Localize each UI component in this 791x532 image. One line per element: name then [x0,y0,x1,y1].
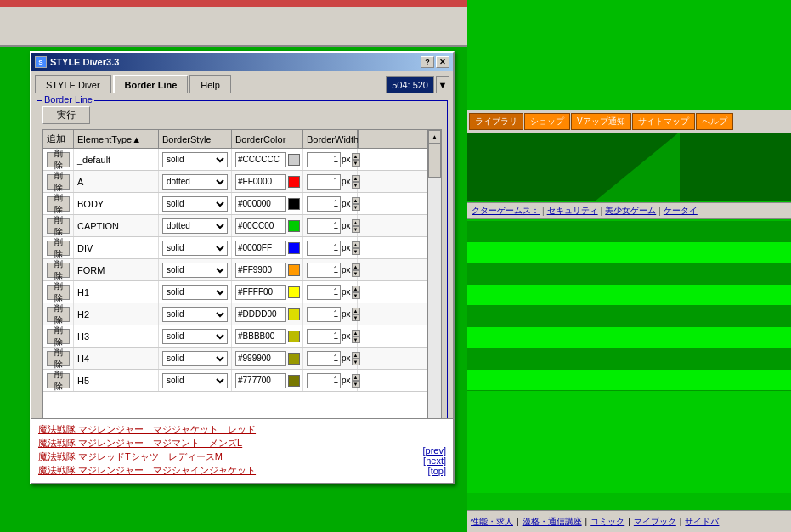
del-btn-6[interactable]: 削除 [47,285,70,300]
color-swatch-3[interactable] [288,220,300,232]
tag-link-3[interactable]: ケータイ [661,205,700,217]
width-input-7[interactable] [307,307,341,322]
color-input-6[interactable] [235,285,286,300]
spin-down-10[interactable]: ▼ [352,381,360,388]
del-btn-1[interactable]: 削除 [47,174,70,190]
tag-link-2[interactable]: 美少女ゲーム [602,205,658,217]
spin-up-1[interactable]: ▲ [352,175,360,182]
color-input-9[interactable] [235,351,286,366]
bottom-link-0[interactable]: 魔法戦隊 マジレンジャー マジジャケット レッド [38,422,446,436]
color-swatch-4[interactable] [288,242,300,254]
color-input-8[interactable] [235,329,286,344]
del-btn-3[interactable]: 削除 [47,218,70,234]
spin-up-2[interactable]: ▲ [352,197,360,204]
width-input-2[interactable] [307,196,341,212]
bottom-link-2[interactable]: 魔法戦隊 マジレッドTシャツ レディースM [38,450,446,463]
spin-down-8[interactable]: ▼ [352,337,360,343]
spin-up-10[interactable]: ▲ [352,374,360,381]
menu-shop[interactable]: ショップ [524,113,570,130]
help-button[interactable]: ? [421,56,434,68]
del-btn-0[interactable]: 削除 [47,152,70,167]
status-item-1[interactable]: 漫格・通信講座 [523,516,582,528]
status-item-3[interactable]: マイブック [634,516,676,528]
tab-help[interactable]: Help [189,75,231,93]
scroll-thumb[interactable] [428,144,441,178]
color-swatch-6[interactable] [288,286,300,298]
spin-up-9[interactable]: ▲ [352,352,360,359]
bottom-link-1[interactable]: 魔法戦隊 マジレンジャー マジマント メンズL [38,436,446,450]
spin-down-9[interactable]: ▼ [352,359,360,365]
width-input-0[interactable] [307,152,341,167]
status-item-2[interactable]: コミック [590,516,624,528]
spin-down-0[interactable]: ▼ [352,160,360,167]
style-select-3[interactable]: soliddotteddasheddoublegrooveridgeinseto… [162,218,228,234]
width-input-10[interactable] [307,373,341,388]
tag-link-1[interactable]: セキュリティ [545,205,601,217]
menu-sitemap[interactable]: サイトマップ [632,113,695,130]
prev-link[interactable]: [prev] [422,445,446,456]
spin-down-6[interactable]: ▼ [352,292,360,299]
tab-style-diver[interactable]: STYLE Diver [35,75,111,93]
color-swatch-2[interactable] [288,198,300,210]
spin-up-4[interactable]: ▲ [352,241,360,248]
style-select-0[interactable]: soliddotteddasheddoublegrooveridgeinseto… [162,152,228,167]
del-btn-4[interactable]: 削除 [47,241,70,256]
style-select-7[interactable]: soliddotteddasheddoublegrooveridgeinseto… [162,307,228,322]
color-swatch-8[interactable] [288,331,300,342]
color-swatch-10[interactable] [288,375,300,387]
menu-help[interactable]: へルプ [696,113,733,130]
color-input-5[interactable] [235,263,286,278]
del-btn-8[interactable]: 削除 [47,329,70,344]
menu-vup[interactable]: Vアップ通知 [571,113,631,130]
status-item-0[interactable]: 性能・求人 [471,516,513,528]
close-button[interactable]: ✕ [436,56,449,68]
color-input-3[interactable] [235,218,286,234]
spin-down-2[interactable]: ▼ [352,204,360,211]
style-select-6[interactable]: soliddotteddasheddoublegrooveridgeinseto… [162,285,228,300]
spin-down-4[interactable]: ▼ [352,248,360,255]
style-select-5[interactable]: soliddotteddasheddoublegrooveridgeinseto… [162,263,228,278]
spin-down-7[interactable]: ▼ [352,314,360,321]
scroll-up-btn[interactable]: ▲ [428,130,441,144]
exec-button[interactable]: 実行 [42,106,90,124]
del-btn-5[interactable]: 削除 [47,263,70,278]
style-select-4[interactable]: soliddotteddasheddoublegrooveridgeinseto… [162,241,228,256]
style-select-2[interactable]: soliddotteddasheddoublegrooveridgeinseto… [162,196,228,212]
color-input-1[interactable] [235,174,286,190]
del-btn-7[interactable]: 削除 [47,307,70,322]
spin-up-0[interactable]: ▲ [352,153,360,160]
color-input-2[interactable] [235,196,286,212]
width-input-4[interactable] [307,241,341,256]
color-swatch-1[interactable] [288,176,300,188]
top-link[interactable]: [top] [422,466,446,476]
color-input-0[interactable] [235,152,286,167]
status-item-4[interactable]: サイドバ [685,516,719,528]
width-input-5[interactable] [307,263,341,278]
spin-up-3[interactable]: ▲ [352,219,360,226]
style-select-9[interactable]: soliddotteddasheddoublegrooveridgeinseto… [162,351,228,366]
color-input-4[interactable] [235,241,286,256]
del-btn-2[interactable]: 削除 [47,196,70,212]
width-input-3[interactable] [307,218,341,234]
color-input-10[interactable] [235,373,286,388]
width-input-9[interactable] [307,351,341,366]
width-input-8[interactable] [307,329,341,344]
width-input-1[interactable] [307,174,341,190]
spin-up-8[interactable]: ▲ [352,330,360,337]
tab-border-line[interactable]: Border Line [113,75,189,93]
next-link[interactable]: [next] [422,456,446,466]
color-input-7[interactable] [235,307,286,322]
menu-library[interactable]: ライブラリ [469,113,523,130]
spin-down-1[interactable]: ▼ [352,182,360,189]
style-select-1[interactable]: soliddotteddasheddoublegrooveridgeinseto… [162,174,228,190]
color-swatch-7[interactable] [288,308,300,320]
spin-up-7[interactable]: ▲ [352,308,360,314]
spin-down-3[interactable]: ▼ [352,226,360,233]
del-btn-9[interactable]: 削除 [47,351,70,366]
spin-down-5[interactable]: ▼ [352,270,360,277]
spin-up-6[interactable]: ▲ [352,286,360,292]
color-swatch-9[interactable] [288,353,300,365]
color-swatch-0[interactable] [288,154,300,166]
position-dropdown-arrow[interactable]: ▼ [436,76,449,93]
bottom-link-3[interactable]: 魔法戦隊 マジレンジャー マジシャインジャケット [38,463,446,477]
